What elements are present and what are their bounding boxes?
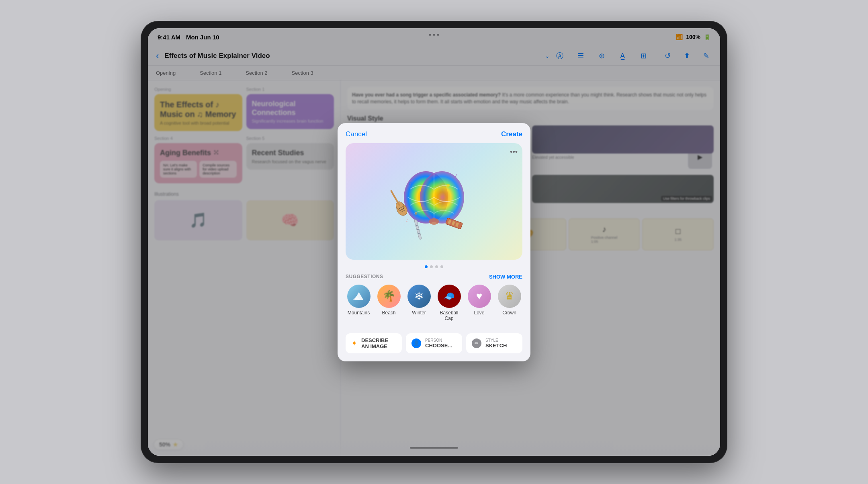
svg-point-1 <box>420 171 464 224</box>
brain-music-illustration: ♪ ♫ ♩ ♬ <box>386 153 482 250</box>
love-icon: ♥ <box>468 285 491 308</box>
svg-rect-6 <box>390 190 401 206</box>
suggestions-header: SUGGESTIONS SHOW MORE <box>346 274 522 280</box>
style-icon: ✏ <box>472 338 481 348</box>
cancel-button[interactable]: Cancel <box>346 130 367 138</box>
svg-text:♪: ♪ <box>454 171 458 179</box>
svg-text:♫: ♫ <box>408 180 412 187</box>
create-button[interactable]: Create <box>501 130 522 138</box>
style-label-main: SKETCH <box>485 342 507 349</box>
suggestion-love[interactable]: ♥ Love <box>466 285 492 321</box>
dialog-image-area: ••• <box>346 143 522 260</box>
suggestion-crown[interactable]: ♛ Crown <box>496 285 522 321</box>
ipad-frame: 9:41 AM Mon Jun 10 📶 100% 🔋 ‹ Effects of… <box>141 21 727 463</box>
dialog-inputs: ✦ DESCRIBE AN IMAGE 👤 PERSON CHOOSE... ✏ <box>338 333 530 361</box>
svg-point-22 <box>446 184 450 187</box>
person-label-sm: PERSON <box>425 338 452 342</box>
person-label-main: CHOOSE... <box>425 342 452 349</box>
describe-label: DESCRIBE AN IMAGE <box>361 337 396 349</box>
describe-image-button[interactable]: ✦ DESCRIBE AN IMAGE <box>346 333 402 353</box>
dialog-overlay: Cancel Create ••• <box>148 28 720 456</box>
image-generation-dialog: Cancel Create ••• <box>338 123 530 361</box>
pagination-dot-1[interactable] <box>425 265 428 268</box>
suggestions-label: SUGGESTIONS <box>346 274 383 279</box>
dialog-pagination <box>338 260 530 274</box>
style-labels: STYLE SKETCH <box>485 338 507 349</box>
pagination-dot-4[interactable] <box>440 265 443 268</box>
suggestions-row: Mountains 🌴 Beach ❄ Winter 🧢 Base <box>346 285 522 321</box>
svg-point-23 <box>415 212 417 215</box>
winter-icon: ❄ <box>407 285 431 308</box>
winter-label: Winter <box>412 310 426 316</box>
dialog-suggestions: SUGGESTIONS SHOW MORE Mo <box>338 274 530 333</box>
svg-text:♬: ♬ <box>406 218 409 222</box>
person-avatar-icon: 👤 <box>411 338 421 348</box>
person-labels: PERSON CHOOSE... <box>425 338 452 349</box>
crown-label: Crown <box>502 310 516 316</box>
person-choose-button[interactable]: 👤 PERSON CHOOSE... <box>406 333 462 353</box>
crown-icon: ♛ <box>498 285 521 308</box>
svg-point-3 <box>429 218 439 225</box>
beach-icon: 🌴 <box>377 285 401 308</box>
suggestion-baseball-cap[interactable]: 🧢 Baseball Cap <box>436 285 462 321</box>
pagination-dot-3[interactable] <box>435 265 438 268</box>
brain-svg: ♪ ♫ ♩ ♬ <box>386 153 482 250</box>
show-more-button[interactable]: SHOW MORE <box>489 274 522 280</box>
ipad-screen: 9:41 AM Mon Jun 10 📶 100% 🔋 ‹ Effects of… <box>148 28 720 456</box>
suggestion-beach[interactable]: 🌴 Beach <box>376 285 402 321</box>
style-label-sm: STYLE <box>485 338 507 342</box>
suggestion-winter[interactable]: ❄ Winter <box>406 285 432 321</box>
pagination-dot-2[interactable] <box>430 265 433 268</box>
mountains-icon <box>347 285 371 308</box>
love-label: Love <box>474 310 484 316</box>
dialog-header: Cancel Create <box>338 123 530 143</box>
baseball-cap-label: Baseball Cap <box>436 310 462 321</box>
image-options-menu[interactable]: ••• <box>510 148 518 156</box>
describe-icon: ✦ <box>351 339 357 348</box>
beach-label: Beach <box>382 310 395 316</box>
style-button[interactable]: ✏ STYLE SKETCH <box>466 333 522 353</box>
svg-text:♩: ♩ <box>460 205 463 211</box>
suggestion-mountains[interactable]: Mountains <box>346 285 372 321</box>
baseball-cap-icon: 🧢 <box>438 285 461 308</box>
mountains-label: Mountains <box>348 310 370 316</box>
